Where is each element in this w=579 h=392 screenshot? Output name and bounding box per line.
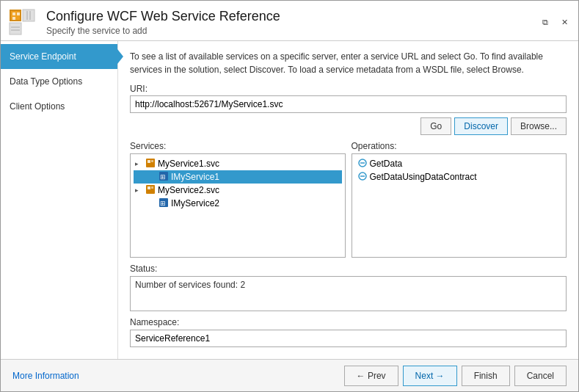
services-section: Services: ▸ MyService1.svc [130,141,346,258]
uri-row [130,95,567,113]
icon-iservice2: ⊞ [159,197,169,209]
footer-right: ← Prev Next → Finish Cancel [344,366,567,386]
svg-text:⊞: ⊞ [160,200,166,207]
main-panel: To see a list of available services on a… [118,41,578,359]
chevron-svc2: ▸ [135,186,145,194]
ops-icon-getdatacontract [358,172,367,182]
svg-rect-14 [148,160,150,163]
sidebar-item-service-endpoint[interactable]: Service Endpoint [1,44,117,69]
discover-button[interactable]: Discover [454,117,508,135]
dialog: Configure WCF Web Service Reference Spec… [0,0,579,392]
uri-label: URI: [130,84,567,94]
status-section: Status: Number of services found: 2 [130,264,567,311]
go-button[interactable]: Go [420,117,451,135]
svg-rect-3 [17,12,20,15]
panels-row: Services: ▸ MyService1.svc [130,141,567,258]
tree-item-iservice2[interactable]: ⊞ IMyService2 [134,197,342,210]
title-bar: Configure WCF Web Service Reference Spec… [1,1,578,40]
status-label: Status: [130,264,567,274]
title-text: Configure WCF Web Service Reference Spec… [46,9,280,36]
icon-svc2 [145,184,156,196]
namespace-input[interactable] [130,330,567,347]
tree-item-iservice1[interactable]: ⊞ IMyService1 [134,170,342,184]
wcf-icon [7,7,37,37]
operations-section: Operations: GetData GetDataU [352,141,567,258]
status-value: Number of services found: 2 [135,280,245,290]
svg-rect-4 [12,17,15,20]
ops-label-getdatacontract: GetDataUsingDataContract [370,172,477,182]
content-area: Service Endpoint Data Type Options Clien… [1,40,578,359]
ops-label-getdata: GetData [370,159,403,169]
browse-button[interactable]: Browse... [511,117,567,135]
tree-label-svc2: MyService2.svc [158,185,219,195]
tree-label-iservice2: IMyService2 [171,198,219,208]
services-label: Services: [130,141,346,151]
next-button[interactable]: Next → [403,366,457,386]
status-box: Number of services found: 2 [130,276,567,311]
namespace-label: Namespace: [130,317,567,327]
sidebar-item-data-type-options[interactable]: Data Type Options [1,69,117,94]
icon-iservice1: ⊞ [159,171,169,183]
svg-rect-15 [151,160,153,162]
more-info-link[interactable]: More Information [12,371,79,381]
footer: More Information ← Prev Next → Finish Ca… [1,359,578,391]
dialog-title: Configure WCF Web Service Reference [46,9,280,24]
svg-rect-6 [24,11,33,20]
svg-rect-10 [11,24,20,33]
operations-list: GetData GetDataUsingDataContract [352,153,567,258]
svg-rect-19 [148,186,150,189]
operations-label: Operations: [352,141,567,151]
svg-rect-20 [151,186,153,189]
namespace-section: Namespace: [130,317,567,347]
svg-text:⊞: ⊞ [160,173,166,181]
title-bar-left: Configure WCF Web Service Reference Spec… [7,7,280,37]
tree-item-svc2[interactable]: ▸ MyService2.svc [134,184,342,197]
services-tree[interactable]: ▸ MyService1.svc ⊞ [130,153,346,258]
close-button[interactable]: ✕ [556,14,572,30]
svg-rect-2 [12,12,15,15]
ops-item-getdata: GetData [355,157,564,170]
sidebar-item-client-options[interactable]: Client Options [1,94,117,119]
icon-svc1 [145,158,156,170]
sidebar: Service Endpoint Data Type Options Clien… [1,41,118,359]
footer-left: More Information [12,371,79,381]
ops-icon-getdata [358,159,367,169]
restore-button[interactable]: ⧉ [537,14,553,30]
cancel-button[interactable]: Cancel [514,366,567,386]
uri-input[interactable] [130,95,567,113]
action-buttons: Go Discover Browse... [130,117,567,135]
ops-item-getdatausingdatacontract: GetDataUsingDataContract [355,170,564,184]
prev-button[interactable]: ← Prev [344,366,398,386]
chevron-svc1: ▸ [135,160,145,167]
tree-label-svc1: MyService1.svc [158,159,219,169]
description-text: To see a list of available services on a… [130,50,567,76]
finish-button[interactable]: Finish [462,366,510,386]
tree-label-iservice1: IMyService1 [171,172,219,182]
title-bar-controls: ⧉ ✕ [537,14,572,30]
dialog-subtitle: Specify the service to add [46,26,280,36]
tree-item-svc1[interactable]: ▸ MyService1.svc [134,157,342,170]
